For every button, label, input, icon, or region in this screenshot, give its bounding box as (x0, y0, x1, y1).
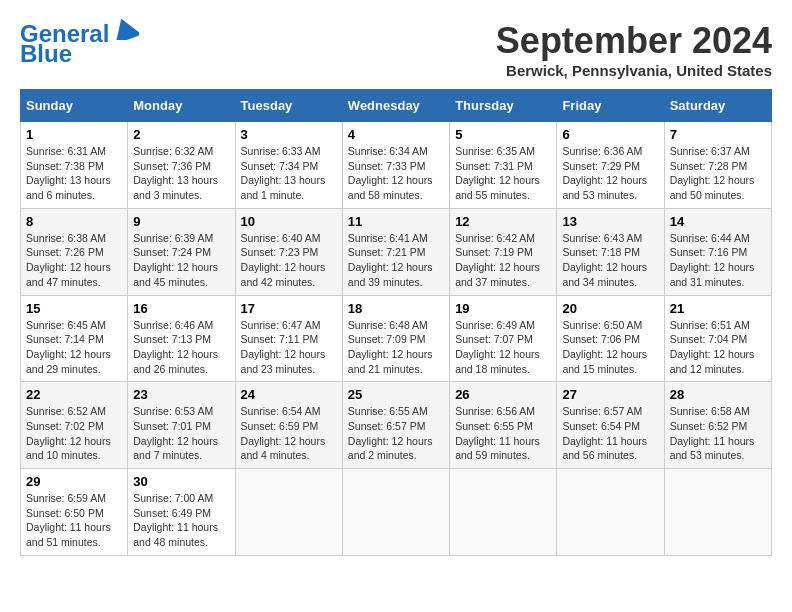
day-info: Sunrise: 6:43 AMSunset: 7:18 PMDaylight:… (562, 232, 647, 288)
day-info: Sunrise: 6:50 AMSunset: 7:06 PMDaylight:… (562, 319, 647, 375)
col-thursday: Thursday (450, 90, 557, 122)
day-info: Sunrise: 6:45 AMSunset: 7:14 PMDaylight:… (26, 319, 111, 375)
calendar-cell: 26 Sunrise: 6:56 AMSunset: 6:55 PMDaylig… (450, 382, 557, 469)
day-info: Sunrise: 6:58 AMSunset: 6:52 PMDaylight:… (670, 405, 755, 461)
day-info: Sunrise: 6:38 AMSunset: 7:26 PMDaylight:… (26, 232, 111, 288)
calendar-week-row: 29 Sunrise: 6:59 AMSunset: 6:50 PMDaylig… (21, 469, 772, 556)
calendar-cell: 29 Sunrise: 6:59 AMSunset: 6:50 PMDaylig… (21, 469, 128, 556)
col-tuesday: Tuesday (235, 90, 342, 122)
day-number: 10 (241, 214, 337, 229)
location: Berwick, Pennsylvania, United States (496, 62, 772, 79)
day-info: Sunrise: 6:32 AMSunset: 7:36 PMDaylight:… (133, 145, 218, 201)
logo-blue-text: Blue (20, 40, 72, 68)
calendar-cell: 1 Sunrise: 6:31 AMSunset: 7:38 PMDayligh… (21, 122, 128, 209)
calendar-cell: 4 Sunrise: 6:34 AMSunset: 7:33 PMDayligh… (342, 122, 449, 209)
calendar-cell: 30 Sunrise: 7:00 AMSunset: 6:49 PMDaylig… (128, 469, 235, 556)
calendar-cell: 14 Sunrise: 6:44 AMSunset: 7:16 PMDaylig… (664, 208, 771, 295)
logo: General Blue (20, 20, 139, 68)
day-number: 11 (348, 214, 444, 229)
calendar-week-row: 15 Sunrise: 6:45 AMSunset: 7:14 PMDaylig… (21, 295, 772, 382)
day-info: Sunrise: 6:34 AMSunset: 7:33 PMDaylight:… (348, 145, 433, 201)
day-info: Sunrise: 6:39 AMSunset: 7:24 PMDaylight:… (133, 232, 218, 288)
day-number: 3 (241, 127, 337, 142)
calendar-cell: 22 Sunrise: 6:52 AMSunset: 7:02 PMDaylig… (21, 382, 128, 469)
day-number: 21 (670, 301, 766, 316)
col-monday: Monday (128, 90, 235, 122)
day-number: 20 (562, 301, 658, 316)
calendar-week-row: 1 Sunrise: 6:31 AMSunset: 7:38 PMDayligh… (21, 122, 772, 209)
calendar-cell: 6 Sunrise: 6:36 AMSunset: 7:29 PMDayligh… (557, 122, 664, 209)
calendar-cell: 13 Sunrise: 6:43 AMSunset: 7:18 PMDaylig… (557, 208, 664, 295)
calendar-cell: 10 Sunrise: 6:40 AMSunset: 7:23 PMDaylig… (235, 208, 342, 295)
calendar-cell (557, 469, 664, 556)
col-saturday: Saturday (664, 90, 771, 122)
logo-bird-icon (111, 18, 139, 40)
day-number: 17 (241, 301, 337, 316)
day-info: Sunrise: 6:55 AMSunset: 6:57 PMDaylight:… (348, 405, 433, 461)
month-title: September 2024 (496, 20, 772, 62)
day-number: 28 (670, 387, 766, 402)
calendar-cell: 20 Sunrise: 6:50 AMSunset: 7:06 PMDaylig… (557, 295, 664, 382)
day-info: Sunrise: 6:54 AMSunset: 6:59 PMDaylight:… (241, 405, 326, 461)
col-friday: Friday (557, 90, 664, 122)
svg-marker-0 (111, 18, 139, 40)
calendar-cell: 15 Sunrise: 6:45 AMSunset: 7:14 PMDaylig… (21, 295, 128, 382)
calendar-week-row: 8 Sunrise: 6:38 AMSunset: 7:26 PMDayligh… (21, 208, 772, 295)
calendar-week-row: 22 Sunrise: 6:52 AMSunset: 7:02 PMDaylig… (21, 382, 772, 469)
calendar-header-row: Sunday Monday Tuesday Wednesday Thursday… (21, 90, 772, 122)
day-info: Sunrise: 6:48 AMSunset: 7:09 PMDaylight:… (348, 319, 433, 375)
col-wednesday: Wednesday (342, 90, 449, 122)
calendar-cell: 2 Sunrise: 6:32 AMSunset: 7:36 PMDayligh… (128, 122, 235, 209)
header: General Blue September 2024 Berwick, Pen… (20, 20, 772, 79)
calendar-cell: 18 Sunrise: 6:48 AMSunset: 7:09 PMDaylig… (342, 295, 449, 382)
calendar-cell: 8 Sunrise: 6:38 AMSunset: 7:26 PMDayligh… (21, 208, 128, 295)
day-info: Sunrise: 6:53 AMSunset: 7:01 PMDaylight:… (133, 405, 218, 461)
day-number: 22 (26, 387, 122, 402)
calendar-cell: 21 Sunrise: 6:51 AMSunset: 7:04 PMDaylig… (664, 295, 771, 382)
calendar-cell: 28 Sunrise: 6:58 AMSunset: 6:52 PMDaylig… (664, 382, 771, 469)
calendar-cell: 3 Sunrise: 6:33 AMSunset: 7:34 PMDayligh… (235, 122, 342, 209)
day-number: 16 (133, 301, 229, 316)
day-number: 2 (133, 127, 229, 142)
calendar-cell: 7 Sunrise: 6:37 AMSunset: 7:28 PMDayligh… (664, 122, 771, 209)
day-number: 29 (26, 474, 122, 489)
day-number: 26 (455, 387, 551, 402)
title-area: September 2024 Berwick, Pennsylvania, Un… (496, 20, 772, 79)
day-info: Sunrise: 6:33 AMSunset: 7:34 PMDaylight:… (241, 145, 326, 201)
day-info: Sunrise: 6:47 AMSunset: 7:11 PMDaylight:… (241, 319, 326, 375)
day-number: 15 (26, 301, 122, 316)
day-info: Sunrise: 6:35 AMSunset: 7:31 PMDaylight:… (455, 145, 540, 201)
day-number: 4 (348, 127, 444, 142)
calendar-cell: 9 Sunrise: 6:39 AMSunset: 7:24 PMDayligh… (128, 208, 235, 295)
calendar-cell (664, 469, 771, 556)
day-number: 24 (241, 387, 337, 402)
calendar-cell: 23 Sunrise: 6:53 AMSunset: 7:01 PMDaylig… (128, 382, 235, 469)
calendar-cell: 17 Sunrise: 6:47 AMSunset: 7:11 PMDaylig… (235, 295, 342, 382)
day-info: Sunrise: 6:41 AMSunset: 7:21 PMDaylight:… (348, 232, 433, 288)
day-info: Sunrise: 6:36 AMSunset: 7:29 PMDaylight:… (562, 145, 647, 201)
day-info: Sunrise: 6:59 AMSunset: 6:50 PMDaylight:… (26, 492, 111, 548)
day-info: Sunrise: 7:00 AMSunset: 6:49 PMDaylight:… (133, 492, 218, 548)
calendar-cell: 24 Sunrise: 6:54 AMSunset: 6:59 PMDaylig… (235, 382, 342, 469)
calendar-cell: 25 Sunrise: 6:55 AMSunset: 6:57 PMDaylig… (342, 382, 449, 469)
day-number: 23 (133, 387, 229, 402)
day-info: Sunrise: 6:42 AMSunset: 7:19 PMDaylight:… (455, 232, 540, 288)
calendar-cell: 11 Sunrise: 6:41 AMSunset: 7:21 PMDaylig… (342, 208, 449, 295)
day-info: Sunrise: 6:44 AMSunset: 7:16 PMDaylight:… (670, 232, 755, 288)
day-number: 12 (455, 214, 551, 229)
day-info: Sunrise: 6:57 AMSunset: 6:54 PMDaylight:… (562, 405, 647, 461)
day-info: Sunrise: 6:46 AMSunset: 7:13 PMDaylight:… (133, 319, 218, 375)
calendar: Sunday Monday Tuesday Wednesday Thursday… (20, 89, 772, 556)
day-number: 9 (133, 214, 229, 229)
calendar-cell: 27 Sunrise: 6:57 AMSunset: 6:54 PMDaylig… (557, 382, 664, 469)
day-info: Sunrise: 6:52 AMSunset: 7:02 PMDaylight:… (26, 405, 111, 461)
calendar-cell: 19 Sunrise: 6:49 AMSunset: 7:07 PMDaylig… (450, 295, 557, 382)
day-info: Sunrise: 6:37 AMSunset: 7:28 PMDaylight:… (670, 145, 755, 201)
calendar-cell (235, 469, 342, 556)
day-info: Sunrise: 6:31 AMSunset: 7:38 PMDaylight:… (26, 145, 111, 201)
day-info: Sunrise: 6:49 AMSunset: 7:07 PMDaylight:… (455, 319, 540, 375)
day-number: 25 (348, 387, 444, 402)
day-number: 13 (562, 214, 658, 229)
day-number: 30 (133, 474, 229, 489)
day-number: 6 (562, 127, 658, 142)
